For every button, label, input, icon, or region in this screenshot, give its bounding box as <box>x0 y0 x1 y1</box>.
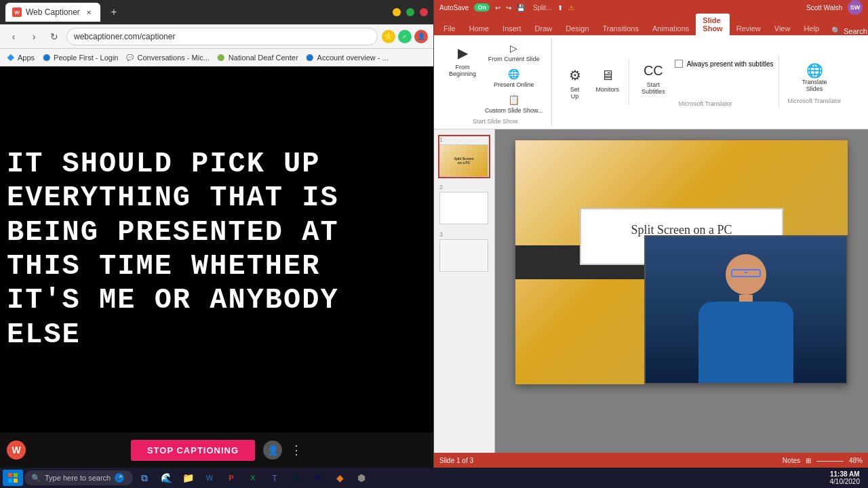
slide-img-1: Split Screenon a PC <box>439 144 488 177</box>
monitors-btn[interactable]: 🖥 Monitors <box>592 62 624 102</box>
person-head <box>726 254 766 295</box>
translate-group-label: Microsoft Translator <box>787 98 841 104</box>
undo-icon[interactable]: ↩ <box>495 4 500 12</box>
bookmark-people-login[interactable]: 🔵 People First - Login <box>41 53 118 62</box>
setup-icon: ⚙ <box>564 64 586 86</box>
tab-transitions[interactable]: Transitions <box>596 22 646 35</box>
forward-btn[interactable]: › <box>26 28 42 45</box>
slide-img-3 <box>439 239 488 272</box>
user-avatar-icon[interactable]: 👤 <box>263 441 282 460</box>
ribbon-group-setup: ⚙ Set Up 🖥 Monitors <box>555 59 630 105</box>
custom-show-icon: 📋 <box>507 92 521 107</box>
svg-rect-3 <box>14 479 18 483</box>
toolbar-icons: ⭐ ✓ 👤 <box>382 30 428 43</box>
bookmark-account[interactable]: 🔵 Account overview - ... <box>305 53 389 62</box>
slide-thumb-3[interactable]: 3 <box>438 230 490 273</box>
tab-view[interactable]: View <box>768 22 797 35</box>
slide-panel: 1 Split Screenon a PC 2 3 <box>434 129 495 453</box>
zoom-level: 48% <box>849 457 863 464</box>
save-icon[interactable]: 💾 <box>517 4 525 12</box>
zoom-slider-area: ———— <box>816 457 844 464</box>
account-favicon: 🔵 <box>305 53 315 62</box>
svg-rect-0 <box>8 473 12 477</box>
bookmark-apps[interactable]: 🔷 Apps <box>5 53 35 62</box>
taskbar-excel[interactable]: X <box>243 470 263 486</box>
tab-file[interactable]: File <box>437 22 462 35</box>
ppt-quickbar: AutoSave On ↩ ↪ 💾 Split... ⬆ ⚠ Scott Wal… <box>434 0 868 15</box>
taskbar-search[interactable]: 🔍 Type here to search 🎤 <box>24 470 133 485</box>
close-btn[interactable] <box>420 8 428 16</box>
translate-slides-btn[interactable]: 🌐 Translate Slides <box>796 60 832 95</box>
address-bar[interactable]: webcaptioner.com/captioner <box>66 28 378 45</box>
tab-help[interactable]: Help <box>797 22 826 35</box>
from-current-slide-btn[interactable]: ▷ From Current Slide <box>482 39 546 64</box>
tab-slideshow[interactable]: Slide Show <box>696 14 729 35</box>
tab-home[interactable]: Home <box>462 22 496 35</box>
always-subtitle-checkbox[interactable] <box>675 60 683 68</box>
person-glasses <box>731 269 761 277</box>
tab-draw[interactable]: Draw <box>528 22 559 35</box>
back-btn[interactable]: ‹ <box>5 28 22 45</box>
slide-main[interactable]: Split Screen on a PC RMTC-D/HH <box>515 140 848 384</box>
notes-btn[interactable]: Notes <box>783 457 800 464</box>
apps-bookmark-icon: 🔷 <box>5 53 15 62</box>
taskbar-photoshop[interactable]: Ps <box>286 470 307 486</box>
taskbar-powerpoint[interactable]: P <box>221 470 241 486</box>
bookmark-conversations[interactable]: 💬 Conversations - Mic... <box>125 53 209 62</box>
redo-icon[interactable]: ↪ <box>506 4 511 12</box>
new-tab-btn[interactable]: + <box>104 3 123 22</box>
tab-animations[interactable]: Animations <box>646 22 696 35</box>
shield-icon: ✓ <box>398 30 412 43</box>
slide-img-2 <box>439 192 488 224</box>
conversations-favicon: 💬 <box>125 53 134 62</box>
tab-close-btn[interactable]: ✕ <box>84 7 94 17</box>
bookmark-apps-label: Apps <box>18 54 35 62</box>
bookmarks-bar: 🔷 Apps 🔵 People First - Login 💬 Conversa… <box>0 49 433 66</box>
taskbar-misc1[interactable]: ◆ <box>330 470 350 486</box>
menu-dots-btn[interactable]: ⋮ <box>290 443 302 458</box>
taskbar-misc2[interactable]: ⬢ <box>351 470 372 486</box>
from-beginning-btn[interactable]: ▶ From Beginning <box>445 39 480 115</box>
browser-tab-active[interactable]: W Web Captioner ✕ <box>5 3 100 22</box>
maximize-btn[interactable] <box>406 8 414 16</box>
svg-rect-2 <box>8 479 12 483</box>
custom-show-btn[interactable]: 📋 Custom Slide Show... <box>482 91 546 115</box>
present-online-btn[interactable]: 🌐 Present Online <box>482 65 546 89</box>
user-avatar[interactable]: SW <box>848 0 863 15</box>
present-online-icon: 🌐 <box>507 66 521 81</box>
thumb1-title-text: Split Screenon a PC <box>454 157 474 165</box>
search-label[interactable]: Search <box>844 27 867 35</box>
tab-design[interactable]: Design <box>559 22 595 35</box>
extensions-icon[interactable]: ⭐ <box>382 30 395 43</box>
start-menu-btn[interactable] <box>3 470 23 486</box>
stop-captioning-btn[interactable]: STOP CAPTIONING <box>131 440 255 461</box>
slide-thumb-1[interactable]: 1 Split Screenon a PC <box>438 135 490 178</box>
taskbar-word[interactable]: W <box>199 470 220 486</box>
tab-review[interactable]: Review <box>730 22 768 35</box>
start-subtitles-btn[interactable]: CC Start Subtitles <box>637 57 669 98</box>
caption-area: IT SHOULD PICK UP EVERYTHING THAT IS BEI… <box>0 66 433 432</box>
slide-num-3: 3 <box>439 231 489 238</box>
taskbar-teams[interactable]: T <box>264 470 285 486</box>
taskbar-premiere[interactable]: Pr <box>308 470 328 486</box>
taskbar-edge[interactable]: 🌊 <box>156 470 176 486</box>
slide-thumb-2[interactable]: 2 <box>438 182 490 226</box>
refresh-btn[interactable]: ↻ <box>46 28 62 45</box>
upload-icon[interactable]: ⬆ <box>557 4 563 12</box>
person-figure <box>698 254 793 383</box>
translate-icon: 🌐 <box>806 62 823 79</box>
minimize-btn[interactable] <box>393 8 401 16</box>
ribbon-group-start-slideshow: ▶ From Beginning ▷ From Current Slide 🌐 … <box>439 38 552 126</box>
mic-icon[interactable]: 🎤 <box>115 473 124 483</box>
webcam-bg <box>646 237 846 383</box>
set-up-btn[interactable]: ⚙ Set Up <box>560 62 590 102</box>
taskbar-task-view[interactable]: ⧉ <box>134 470 155 486</box>
bookmark-ndc[interactable]: 🟢 National Deaf Center <box>216 53 298 62</box>
tab-title: Web Captioner <box>26 7 80 17</box>
taskbar-explorer[interactable]: 📁 <box>178 470 198 486</box>
autosave-badge[interactable]: On <box>474 3 490 12</box>
tab-insert[interactable]: Insert <box>496 22 528 35</box>
taskbar-search-placeholder: Type here to search <box>45 474 111 482</box>
view-normal-icon[interactable]: ⊞ <box>806 457 811 464</box>
profile-icon[interactable]: 👤 <box>414 30 428 43</box>
